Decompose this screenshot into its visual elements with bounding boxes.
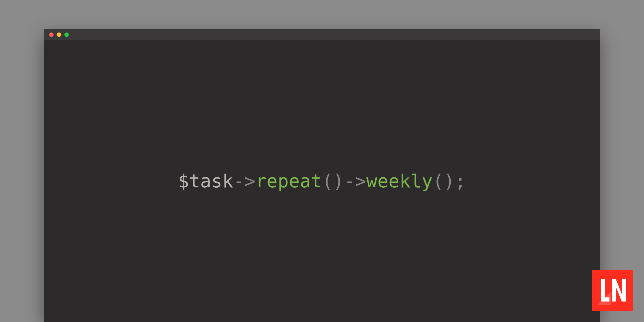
editor-body: $task->repeat()->weekly(); [44,40,600,322]
code-token-parens: () [433,170,455,192]
code-token-method: repeat [256,170,322,192]
ln-logo-icon [598,276,627,305]
close-icon[interactable] [49,32,54,37]
traffic-lights [49,32,69,37]
code-token-parens: () [322,170,344,192]
maximize-icon[interactable] [64,32,69,37]
window-titlebar [44,29,600,40]
code-line: $task->repeat()->weekly(); [178,170,466,192]
code-token-semicolon: ; [455,170,466,192]
code-token-variable: $task [178,170,233,192]
code-editor-window: $task->repeat()->weekly(); [44,29,600,322]
code-token-arrow: -> [233,170,256,192]
brand-logo-badge [592,270,633,311]
minimize-icon[interactable] [57,32,61,37]
code-token-method: weekly [366,170,433,192]
code-token-arrow: -> [344,170,366,192]
